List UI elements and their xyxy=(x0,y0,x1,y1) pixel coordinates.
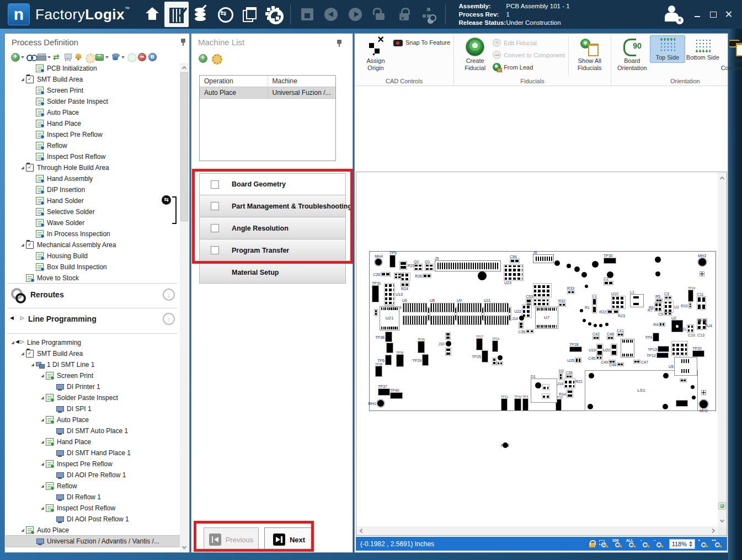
tree-item-wave-solder[interactable]: Wave Solder xyxy=(6,217,182,228)
expander-icon[interactable]: ◢ xyxy=(19,243,26,247)
from-lead-button[interactable]: From Lead xyxy=(493,63,565,71)
swap-steps-icon[interactable] xyxy=(53,52,62,61)
collapse-up-icon[interactable]: ↑ xyxy=(163,313,175,325)
refresh-icon[interactable] xyxy=(127,52,136,61)
expand-down-icon[interactable]: ↓ xyxy=(163,289,175,301)
expander-icon[interactable]: ◢ xyxy=(19,528,26,532)
next-button[interactable]: Next xyxy=(264,527,314,552)
tree-item-hand-assembly[interactable]: Hand Assembly xyxy=(6,173,182,184)
layer-toggle-button[interactable] xyxy=(718,502,726,510)
close-button[interactable] xyxy=(725,11,732,18)
process-search-button[interactable] xyxy=(417,2,441,27)
expander-icon[interactable]: ◢ xyxy=(19,77,26,82)
checkbox[interactable] xyxy=(211,246,219,254)
tree-item-solder-paste-inspect[interactable]: ◢Solder Paste Inspect xyxy=(6,392,182,403)
print-icon[interactable] xyxy=(37,52,46,61)
scroll-down-arrow[interactable] xyxy=(718,516,727,525)
zoom-out-icon[interactable]: − xyxy=(654,540,665,548)
sync-button[interactable] xyxy=(213,2,237,27)
expander-icon[interactable]: ◢ xyxy=(39,462,46,466)
tree-item-line-programming[interactable]: ◢Line Programming xyxy=(6,337,182,348)
unlock-button[interactable] xyxy=(368,2,392,27)
expander-icon[interactable]: ◢ xyxy=(29,362,36,367)
tree-item-di-reflow-1[interactable]: DI Reflow 1 xyxy=(6,492,182,503)
expander-icon[interactable]: ◢ xyxy=(39,484,46,488)
scroll-up-arrow[interactable] xyxy=(718,173,727,182)
reroutes-header[interactable]: Reroutes ↓ xyxy=(10,287,183,302)
cad-drawing-area[interactable]: MH4TP5R25Q2Q1J5C56U23J8TP30MH3C26TP31U13… xyxy=(356,172,718,526)
settings-gear-icon[interactable] xyxy=(84,52,93,61)
documents-button[interactable] xyxy=(237,2,261,27)
back-button[interactable] xyxy=(319,2,344,27)
add-machine-icon[interactable] xyxy=(198,54,207,62)
edit-fiducial-button[interactable]: Edit Fiducial xyxy=(493,39,565,47)
tree-item-hand-place[interactable]: Hand Place xyxy=(6,118,182,129)
release-button[interactable] xyxy=(189,2,213,27)
section-program-transfer[interactable]: Program Transfer xyxy=(199,239,346,262)
stop-icon[interactable] xyxy=(137,52,146,61)
tree-item-di-smt-hand-place-1[interactable]: DI SMT Hand Place 1 xyxy=(6,447,182,458)
tree-item-smt-build-area[interactable]: ◢SMT Build Area xyxy=(6,74,182,85)
tree-item-screen-print[interactable]: Screen Print xyxy=(6,85,182,96)
tree-item-mechanical-assembly-area[interactable]: ◢Mechanical Assembly Area xyxy=(6,239,182,250)
checkbox[interactable] xyxy=(211,202,219,210)
delete-bucket-icon[interactable] xyxy=(111,52,120,61)
pin-icon[interactable] xyxy=(336,39,343,47)
table-row[interactable]: Auto PlaceUniversal Fuzion /... xyxy=(200,87,335,99)
zoom-in-plus-icon[interactable]: ++ xyxy=(712,540,723,548)
pcb-board[interactable]: MH4TP5R25Q2Q1J5C56U23J8TP30MH3C26TP31U13… xyxy=(369,251,716,411)
maximize-button[interactable] xyxy=(710,11,717,18)
section-angle-resolution[interactable]: Angle Resolution xyxy=(199,217,346,239)
scroll-up-arrow[interactable] xyxy=(180,63,189,72)
save-button[interactable] xyxy=(295,2,319,27)
add-operation-icon[interactable] xyxy=(10,52,19,61)
share-folder-icon[interactable] xyxy=(95,52,104,61)
assign-origin-button[interactable]: Assign Origin xyxy=(358,35,393,73)
scroll-right-arrow[interactable] xyxy=(709,526,718,535)
expander-icon[interactable]: ◢ xyxy=(39,396,46,400)
dropdown-caret-icon[interactable] xyxy=(105,55,109,59)
tree-item-universal-fuzion-advantis-vantis[interactable]: Universal Fuzion / Advantis / Vantis /..… xyxy=(6,536,182,547)
expander-icon[interactable]: ◢ xyxy=(19,166,26,170)
expander-icon[interactable]: ◢ xyxy=(39,418,46,422)
top-side-button[interactable]: Top Side xyxy=(650,35,685,63)
zoom-out-icon[interactable]: − xyxy=(640,540,651,548)
tree-item-auto-place[interactable]: Auto Place xyxy=(6,107,182,118)
tree-item-auto-place[interactable]: ◢Auto Place xyxy=(6,414,182,425)
create-fiducial-button[interactable]: Create Fiducial xyxy=(457,35,493,73)
dropdown-caret-icon[interactable] xyxy=(47,55,51,59)
tree-item-inspect-post-reflow[interactable]: ◢Inspect Post Reflow xyxy=(6,503,182,514)
checkbox[interactable] xyxy=(211,224,219,232)
cad-horizontal-scrollbar[interactable] xyxy=(356,526,718,535)
zoom-window-icon[interactable] xyxy=(599,540,610,548)
board-view-icon[interactable] xyxy=(63,52,72,61)
tree-item-di-aoi-post-reflow-1[interactable]: DI AOI Post Reflow 1 xyxy=(6,514,182,525)
machine-settings-icon[interactable] xyxy=(211,54,220,62)
expander-icon[interactable]: ◢ xyxy=(39,440,46,444)
settings-button[interactable] xyxy=(261,2,286,27)
convert-to-component-button[interactable]: Convert to Component xyxy=(493,51,565,59)
column-header-machine[interactable]: Machine xyxy=(268,76,336,87)
minimize-button[interactable] xyxy=(695,11,701,18)
process-editor-button[interactable] xyxy=(164,2,189,27)
reroute-marker-icon[interactable]: ⇆ xyxy=(162,195,171,205)
expander-icon[interactable]: ◢ xyxy=(19,351,26,356)
tree-item-dip-insertion[interactable]: DIP Insertion xyxy=(6,184,182,195)
lock-discard-button[interactable]: × xyxy=(392,2,417,27)
scrollbar-thumb[interactable] xyxy=(180,72,188,221)
forward-button[interactable] xyxy=(344,2,368,27)
fiducial-f2[interactable]: F2 xyxy=(501,442,509,448)
expander-icon[interactable]: ◢ xyxy=(39,374,46,378)
bottom-side-button[interactable]: Bottom Side xyxy=(685,35,720,63)
notification-bell-icon[interactable] xyxy=(74,52,83,61)
zoom-level-spinner[interactable]: 118% xyxy=(669,539,695,549)
home-button[interactable] xyxy=(140,2,164,27)
tree-item-housing-build[interactable]: Housing Build xyxy=(6,250,182,262)
cad-viewport[interactable]: MH4TP5R25Q2Q1J5C56U23J8TP30MH3C26TP31U13… xyxy=(356,172,727,536)
section-material-setup[interactable]: Material Setup xyxy=(199,262,346,284)
tree-item-solder-paste-inspect[interactable]: Solder Paste Inspect xyxy=(6,96,182,107)
pause-icon[interactable] xyxy=(148,52,157,61)
line-programming-header[interactable]: Line Programming ↑ xyxy=(10,313,183,325)
tree-item-box-build-inspection[interactable]: Box Build Inspection xyxy=(6,262,182,273)
dropdown-caret-icon[interactable] xyxy=(121,55,125,59)
